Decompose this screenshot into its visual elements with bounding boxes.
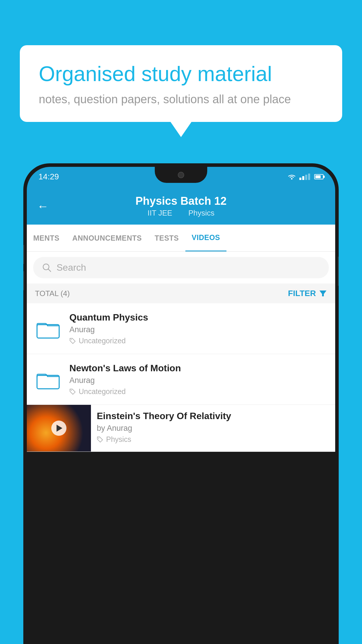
tag-icon xyxy=(97,436,103,443)
tab-announcements[interactable]: ANNOUNCEMENTS xyxy=(66,225,148,251)
svg-rect-7 xyxy=(37,375,59,389)
folder-icon xyxy=(36,318,60,339)
filter-row: TOTAL (4) FILTER xyxy=(27,284,335,303)
batch-title: Physics Batch 12 xyxy=(136,195,227,207)
subtitle-physics: Physics xyxy=(188,209,215,217)
signal-icon xyxy=(299,174,310,180)
tabs-bar: MENTS ANNOUNCEMENTS TESTS VIDEOS xyxy=(27,225,335,252)
notch xyxy=(155,167,207,183)
tab-videos[interactable]: VIDEOS xyxy=(185,225,226,251)
phone-screen: 14:29 xyxy=(27,167,335,644)
tab-ments[interactable]: MENTS xyxy=(27,225,66,251)
speech-bubble-container: Organised study material notes, question… xyxy=(20,45,342,122)
tag-icon xyxy=(69,338,76,344)
front-camera xyxy=(178,172,184,178)
search-placeholder: Search xyxy=(57,262,86,273)
speech-bubble-subtext: notes, question papers, solutions all at… xyxy=(39,93,323,106)
item-info: Quantum Physics Anurag Uncategorized xyxy=(69,312,327,345)
item-tag: Uncategorized xyxy=(69,387,327,396)
video-title: Einstein's Theory Of Relativity xyxy=(97,411,329,421)
speech-bubble: Organised study material notes, question… xyxy=(20,45,342,122)
svg-marker-3 xyxy=(319,290,326,296)
folder-icon-container xyxy=(35,316,61,342)
folder-icon xyxy=(36,369,60,390)
list-item[interactable]: Quantum Physics Anurag Uncategorized xyxy=(27,303,335,354)
filter-button[interactable]: FILTER xyxy=(288,289,327,298)
total-count: TOTAL (4) xyxy=(35,289,70,298)
item-author: Anurag xyxy=(69,376,327,385)
item-info: Newton's Laws of Motion Anurag Uncategor… xyxy=(69,363,327,396)
power-button xyxy=(338,257,339,286)
status-time: 14:29 xyxy=(38,172,59,181)
svg-line-2 xyxy=(48,269,51,272)
speech-bubble-headline: Organised study material xyxy=(39,61,323,86)
video-thumbnail xyxy=(27,405,91,452)
item-author: Anurag xyxy=(69,325,327,334)
app-header: ← Physics Batch 12 IIT JEE Physics xyxy=(27,187,335,225)
svg-rect-5 xyxy=(37,325,59,338)
item-title: Newton's Laws of Motion xyxy=(69,363,327,374)
back-button[interactable]: ← xyxy=(37,200,49,213)
volume-down-button xyxy=(23,271,24,290)
svg-point-6 xyxy=(71,339,72,340)
batch-subtitle: IIT JEE Physics xyxy=(136,209,227,218)
search-bar[interactable]: Search xyxy=(33,257,329,278)
battery-icon xyxy=(314,174,324,179)
status-icons xyxy=(287,173,324,180)
status-bar: 14:29 xyxy=(27,167,335,187)
tab-tests[interactable]: TESTS xyxy=(148,225,185,251)
phone-frame: 14:29 xyxy=(23,163,339,644)
item-title: Quantum Physics xyxy=(69,312,327,323)
video-info: Einstein's Theory Of Relativity by Anura… xyxy=(91,405,335,449)
header-title-block: Physics Batch 12 IIT JEE Physics xyxy=(136,195,227,218)
search-container: Search xyxy=(27,252,335,284)
svg-point-10 xyxy=(98,438,99,439)
folder-icon-container xyxy=(35,366,61,393)
wifi-icon xyxy=(287,173,296,180)
search-icon xyxy=(42,263,52,273)
svg-rect-8 xyxy=(37,375,59,389)
volume-up-button xyxy=(23,245,24,264)
svg-point-0 xyxy=(291,178,293,180)
svg-rect-4 xyxy=(37,325,59,338)
play-triangle-icon xyxy=(57,425,62,432)
video-author: by Anurag xyxy=(97,424,329,433)
item-tag: Uncategorized xyxy=(69,337,327,345)
svg-point-9 xyxy=(71,390,72,391)
content-area: Quantum Physics Anurag Uncategorized xyxy=(27,303,335,452)
list-item[interactable]: Newton's Laws of Motion Anurag Uncategor… xyxy=(27,354,335,405)
filter-icon xyxy=(319,289,327,298)
subtitle-iit: IIT JEE xyxy=(147,209,172,217)
video-list-item[interactable]: Einstein's Theory Of Relativity by Anura… xyxy=(27,405,335,452)
video-tag: Physics xyxy=(97,435,329,444)
tag-icon xyxy=(69,388,76,395)
play-button[interactable] xyxy=(51,421,66,436)
